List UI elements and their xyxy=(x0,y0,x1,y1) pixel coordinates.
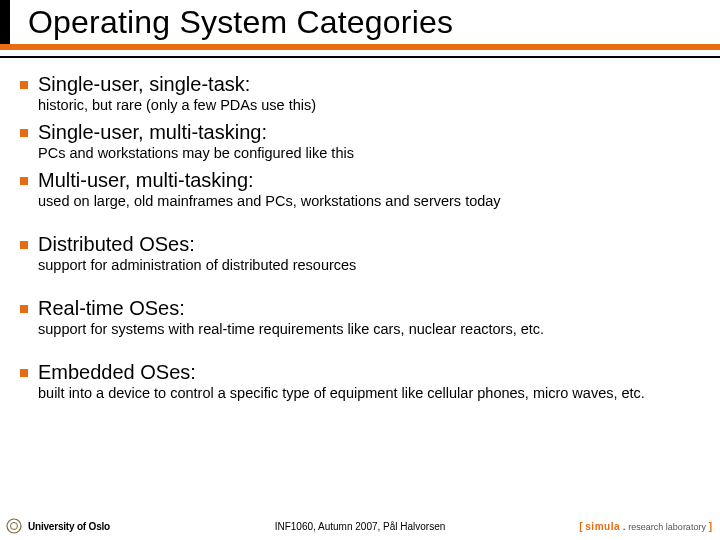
list-item: Single-user, multi-tasking: PCs and work… xyxy=(20,120,700,162)
item-term: Real-time OSes: xyxy=(38,296,185,320)
item-desc: support for systems with real-time requi… xyxy=(38,320,700,338)
item-desc: support for administration of distribute… xyxy=(38,256,700,274)
svg-point-0 xyxy=(7,519,21,533)
course-info: INF1060, Autumn 2007, Pål Halvorsen xyxy=(275,521,446,532)
item-term: Single-user, single-task: xyxy=(38,72,250,96)
title-orange-rule xyxy=(0,44,720,50)
university-seal-icon xyxy=(6,518,22,534)
slide: Operating System Categories Single-user,… xyxy=(0,0,720,540)
list-item: Single-user, single-task: historic, but … xyxy=(20,72,700,114)
bullet-icon xyxy=(20,129,28,137)
item-desc: used on large, old mainframes and PCs, w… xyxy=(38,192,700,210)
title-accent-bar xyxy=(0,0,10,44)
bullet-icon xyxy=(20,81,28,89)
list-item: Multi-user, multi-tasking: used on large… xyxy=(20,168,700,210)
bullet-icon xyxy=(20,305,28,313)
slide-title: Operating System Categories xyxy=(28,4,453,41)
list-item: Embedded OSes: built into a device to co… xyxy=(20,360,700,402)
footer: University of Oslo INF1060, Autumn 2007,… xyxy=(0,512,720,540)
university-name: University of Oslo xyxy=(28,521,110,532)
slide-body: Single-user, single-task: historic, but … xyxy=(20,72,700,408)
item-desc: historic, but rare (only a few PDAs use … xyxy=(38,96,700,114)
simula-rest: research laboratory xyxy=(628,522,706,532)
bullet-icon xyxy=(20,369,28,377)
title-black-underline xyxy=(0,56,720,58)
item-term: Single-user, multi-tasking: xyxy=(38,120,267,144)
item-desc: PCs and workstations may be configured l… xyxy=(38,144,700,162)
bullet-icon xyxy=(20,241,28,249)
list-item: Real-time OSes: support for systems with… xyxy=(20,296,700,338)
svg-point-1 xyxy=(11,523,18,530)
item-term: Distributed OSes: xyxy=(38,232,195,256)
item-term: Multi-user, multi-tasking: xyxy=(38,168,254,192)
item-term: Embedded OSes: xyxy=(38,360,196,384)
item-desc: built into a device to control a specifi… xyxy=(38,384,700,402)
bracket-close: ] xyxy=(706,521,712,532)
list-item: Distributed OSes: support for administra… xyxy=(20,232,700,274)
bullet-icon xyxy=(20,177,28,185)
simula-logo: [ simula . research laboratory ] xyxy=(579,521,712,532)
simula-word: simula xyxy=(585,521,620,532)
